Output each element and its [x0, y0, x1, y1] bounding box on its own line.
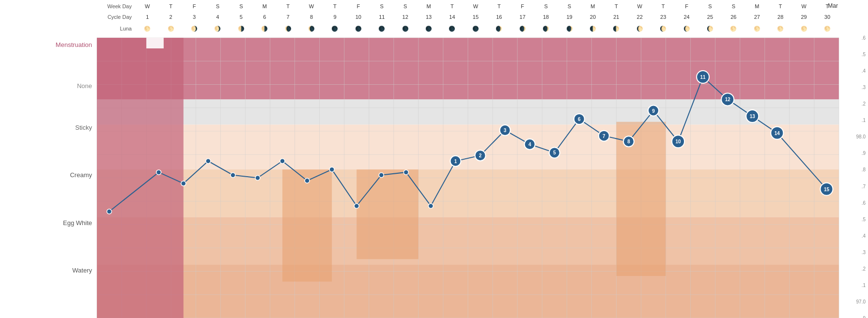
header-cell: 9	[323, 14, 346, 20]
header-row: Week DayWTFSSMTWTFSSMTWTFSSMTWTFSSMTWT	[97, 1, 839, 12]
right-tick: .1	[862, 282, 866, 288]
header-cell: 25	[698, 14, 722, 20]
header-cell: 16	[487, 14, 511, 20]
line-dot	[231, 173, 235, 178]
header-cell: F	[183, 3, 206, 9]
bar-segment	[356, 169, 418, 259]
label-menstruation: Menstruation	[56, 41, 92, 48]
header-cell: S	[370, 3, 393, 9]
header-cell: 23	[651, 14, 675, 20]
numbered-point-label: 13	[750, 114, 756, 119]
header-cell: 🌔	[675, 26, 698, 32]
header-cell: T	[440, 3, 464, 9]
header-cell: W	[300, 3, 323, 9]
header-cell: 13	[417, 14, 440, 20]
numbered-point-label: 2	[479, 153, 482, 158]
numbered-point-label: 6	[578, 117, 581, 122]
header-cell: 🌗	[230, 26, 253, 32]
header-cell: 19	[558, 14, 581, 20]
header-cell: 28	[769, 14, 792, 20]
line-dot	[379, 173, 384, 178]
right-tick: .3	[862, 249, 866, 255]
chart-svg: 123456789101112131415	[97, 38, 839, 318]
header-cell: 2	[159, 14, 182, 20]
line-dot	[403, 170, 408, 175]
header-cell: 🌔	[628, 26, 651, 32]
header-cell: 🌖	[183, 26, 206, 32]
right-tick: .4	[862, 68, 866, 74]
numbered-point-label: 9	[652, 108, 655, 114]
header-cell: 8	[300, 14, 323, 20]
header-cell: M	[253, 3, 276, 9]
label-watery: Watery	[72, 267, 92, 274]
row-label: Luna	[97, 26, 136, 31]
header-cell: 🌕	[136, 26, 159, 32]
line-dot	[305, 178, 310, 183]
line-dot	[354, 203, 359, 208]
month-label: Mar	[828, 2, 838, 9]
label-creamy: Creamy	[70, 171, 92, 179]
line-dot	[255, 176, 260, 181]
header-cell: T	[276, 3, 299, 9]
header-cell: 🌑	[440, 26, 464, 32]
header-cell: 🌑	[347, 26, 370, 32]
row-label: Cycle Day	[97, 14, 136, 20]
header-cell: 🌓	[604, 26, 628, 32]
label-none: None	[77, 82, 92, 90]
header-cell: F	[675, 3, 698, 9]
right-tick: .8	[862, 167, 866, 172]
header-cell: 12	[393, 14, 417, 20]
line-dot	[206, 159, 211, 164]
header-cell: T	[159, 3, 182, 9]
header-cell: T	[487, 3, 511, 9]
numbered-point-label: 3	[504, 128, 507, 133]
y-axis-labels: Menstruation None Sticky Creamy Egg Whit…	[0, 0, 97, 318]
header-cell: 5	[230, 14, 253, 20]
header-cell: 🌕	[722, 26, 745, 32]
white-top-rect	[146, 38, 164, 48]
header-cell: W	[136, 3, 159, 9]
header-cell: S	[698, 3, 722, 9]
header-cell: 1	[136, 14, 159, 20]
right-tick: 98.0	[856, 134, 866, 139]
header-cell: 🌖	[206, 26, 229, 32]
header-cell: 🌔	[698, 26, 722, 32]
header-cell: 14	[440, 14, 464, 20]
grid-area: 123456789101112131415	[97, 38, 839, 318]
chart-container: Menstruation None Sticky Creamy Egg Whit…	[0, 0, 868, 318]
header-cell: F	[347, 3, 370, 9]
header-cell: W	[628, 3, 651, 9]
header-cell: S	[230, 3, 253, 9]
header-cell: 🌑	[417, 26, 440, 32]
right-tick: 97.0	[856, 299, 866, 304]
header-cell: 🌒	[487, 26, 511, 32]
right-tick: .1	[862, 118, 866, 123]
numbered-point-label: 15	[824, 187, 830, 192]
header-cell: 26	[722, 14, 745, 20]
right-tick: .5	[862, 216, 866, 222]
header-cell: 4	[206, 14, 229, 20]
header-cell: 20	[581, 14, 604, 20]
header-cell: 18	[534, 14, 558, 20]
header-cell: 🌕	[792, 26, 815, 32]
right-tick: .2	[862, 101, 866, 106]
header-cell: 22	[628, 14, 651, 20]
line-dot	[329, 167, 334, 172]
numbered-point-label: 12	[725, 97, 731, 102]
right-tick: .2	[862, 266, 866, 271]
header-cell: M	[745, 3, 769, 9]
header-cell: T	[769, 3, 792, 9]
header-cell: 24	[675, 14, 698, 20]
header-cell: 29	[792, 14, 815, 20]
bar-segment	[616, 122, 666, 276]
header-cell: S	[393, 3, 417, 9]
header-cell: 🌘	[300, 26, 323, 32]
numbered-point-label: 11	[700, 75, 706, 80]
header-cell: 🌕	[769, 26, 792, 32]
line-dot	[428, 203, 433, 208]
header-cell: 🌑	[464, 26, 487, 32]
header-cell: 17	[511, 14, 534, 20]
header-cell: 🌑	[370, 26, 393, 32]
right-tick: .7	[862, 183, 866, 189]
header-cell: 11	[370, 14, 393, 20]
